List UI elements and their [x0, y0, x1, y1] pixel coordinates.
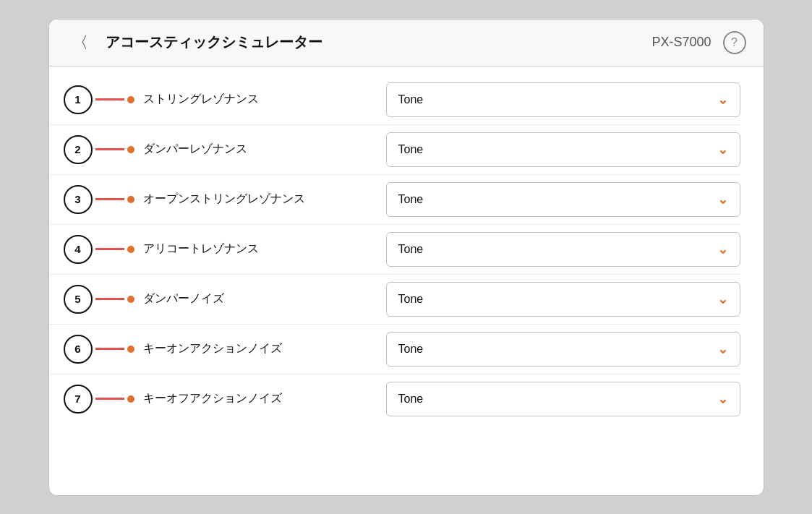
dot-indicator-5 — [127, 296, 134, 303]
row-label-3: オープンストリングレゾナンス — [143, 192, 386, 207]
content-area: 1 ストリングレゾナンス Tone ⌄ 2 ダンパーレゾナンス Tone ⌄ 3… — [49, 67, 764, 495]
row-number-3: 3 — [64, 185, 93, 214]
dropdown-5[interactable]: Tone ⌄ — [386, 282, 740, 317]
panel: 〈 アコースティックシミュレーター PX-S7000 ? 1 ストリングレゾナン… — [48, 19, 764, 496]
dropdown-value-2: Tone — [398, 143, 424, 156]
page-title: アコースティックシミュレーター — [106, 33, 629, 52]
row-line-3 — [95, 198, 124, 200]
dropdown-6[interactable]: Tone ⌄ — [386, 332, 740, 367]
row-number-5: 5 — [64, 285, 93, 314]
table-row: 7 キーオフアクションノイズ Tone ⌄ — [49, 374, 740, 424]
dropdown-3[interactable]: Tone ⌄ — [386, 182, 740, 217]
dot-indicator-6 — [127, 346, 134, 353]
row-line-5 — [95, 298, 124, 300]
row-number-1: 1 — [64, 85, 93, 114]
chevron-down-icon-3: ⌄ — [717, 192, 728, 207]
row-label-7: キーオフアクションノイズ — [143, 391, 386, 406]
chevron-down-icon-4: ⌄ — [717, 241, 728, 257]
dropdown-value-1: Tone — [398, 93, 424, 106]
row-label-5: ダンパーノイズ — [143, 291, 386, 307]
row-number-6: 6 — [64, 335, 93, 364]
dropdown-value-6: Tone — [398, 343, 424, 356]
dot-indicator-4 — [127, 246, 134, 253]
row-line-6 — [95, 348, 124, 350]
row-label-2: ダンパーレゾナンス — [143, 142, 386, 157]
chevron-down-icon-1: ⌄ — [717, 92, 728, 108]
screen: 〈 アコースティックシミュレーター PX-S7000 ? 1 ストリングレゾナン… — [0, 0, 812, 514]
row-number-2: 2 — [64, 135, 93, 164]
back-button[interactable]: 〈 — [67, 32, 94, 53]
dot-indicator-3 — [127, 196, 134, 203]
row-number-4: 4 — [64, 235, 93, 264]
dot-indicator-1 — [127, 96, 134, 103]
table-row: 5 ダンパーノイズ Tone ⌄ — [49, 275, 740, 325]
row-label-1: ストリングレゾナンス — [143, 92, 386, 107]
chevron-down-icon-2: ⌄ — [717, 142, 728, 158]
table-row: 3 オープンストリングレゾナンス Tone ⌄ — [49, 175, 740, 225]
table-row: 4 アリコートレゾナンス Tone ⌄ — [49, 225, 740, 275]
row-line-2 — [95, 148, 124, 150]
table-row: 1 ストリングレゾナンス Tone ⌄ — [49, 75, 740, 125]
dropdown-2[interactable]: Tone ⌄ — [386, 132, 740, 167]
dropdown-4[interactable]: Tone ⌄ — [386, 232, 740, 267]
dot-indicator-7 — [127, 395, 134, 403]
model-label: PX-S7000 — [651, 35, 711, 50]
dropdown-7[interactable]: Tone ⌄ — [386, 382, 740, 416]
table-row: 6 キーオンアクションノイズ Tone ⌄ — [49, 325, 740, 374]
chevron-down-icon-5: ⌄ — [717, 291, 728, 307]
chevron-down-icon-7: ⌄ — [717, 391, 728, 407]
header: 〈 アコースティックシミュレーター PX-S7000 ? — [49, 20, 764, 67]
dropdown-value-4: Tone — [398, 243, 424, 256]
row-label-6: キーオンアクションノイズ — [143, 341, 386, 356]
row-line-1 — [95, 98, 124, 100]
table-row: 2 ダンパーレゾナンス Tone ⌄ — [49, 125, 740, 175]
dropdown-value-7: Tone — [398, 393, 424, 406]
row-number-7: 7 — [64, 385, 93, 414]
chevron-down-icon-6: ⌄ — [717, 341, 728, 357]
dropdown-value-3: Tone — [398, 193, 424, 206]
row-line-4 — [95, 248, 124, 250]
help-button[interactable]: ? — [723, 31, 746, 54]
row-label-4: アリコートレゾナンス — [143, 241, 386, 257]
dropdown-1[interactable]: Tone ⌄ — [386, 82, 740, 117]
dropdown-value-5: Tone — [398, 293, 424, 306]
dot-indicator-2 — [127, 146, 134, 153]
row-line-7 — [95, 398, 124, 400]
